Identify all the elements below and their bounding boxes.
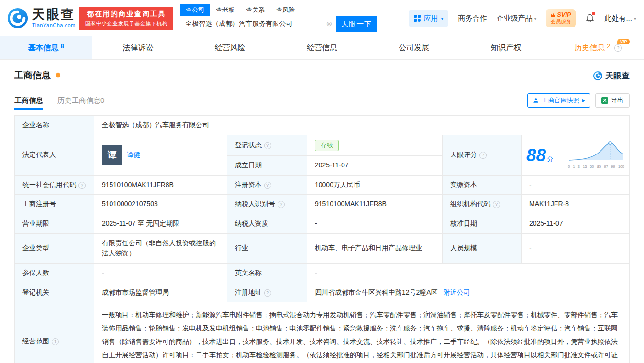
tab-label: 基本信息 <box>28 43 59 53</box>
row-company-type: 企业类型 有限责任公司（非自然人投资或控股的法人独资） 行业 机动车、电子产品和… <box>15 233 630 263</box>
play-arrow-icon: ▶ <box>582 99 585 103</box>
tab-label: 历史信息 <box>574 43 605 53</box>
row-credit-code: 统一社会信用代码? 91510100MAK11JFR8B 注册资本? 10000… <box>15 175 630 195</box>
search-tab-boss[interactable]: 查老板 <box>210 4 240 16</box>
logo-subtitle: TianYanCha.com <box>32 22 76 28</box>
tab-company-development[interactable]: 公司发展 <box>368 36 460 59</box>
label-legal-rep: 法定代表人 <box>15 135 94 175</box>
value-approve-date: 2025-11-07 <box>522 214 630 233</box>
user-menu-label: 此处有... <box>604 14 632 23</box>
score-axis-ticks: 0131550859799100 <box>568 164 624 170</box>
status-badge: 存续 <box>315 140 339 151</box>
logo-title: 天眼查 <box>32 8 76 21</box>
logo-text: 天眼查 TianYanCha.com <box>32 8 76 28</box>
user-menu[interactable]: 此处有... ▾ <box>604 14 636 23</box>
section-head: 工商信息 天眼查 <box>14 69 630 82</box>
legal-rep-avatar[interactable]: 谭 <box>102 145 122 165</box>
export-button[interactable]: 导出 <box>595 93 630 108</box>
sub-tabs-row: 工商信息 历史工商信息0 工商官网快照 ▶ 导出 <box>14 93 630 108</box>
subscribe-bell-icon[interactable] <box>55 72 62 79</box>
help-icon[interactable]: ? <box>493 201 500 208</box>
section-title: 工商信息 <box>14 69 51 82</box>
value-legal-rep: 谭 谭健 <box>94 135 227 175</box>
row-reg-no: 工商注册号 510100002107503 纳税人识别号? 91510100MA… <box>15 195 630 214</box>
help-icon[interactable]: ? <box>264 289 271 297</box>
tianyancha-logo[interactable]: 天眼查 TianYanCha.com <box>7 7 76 29</box>
search-tab-risk[interactable]: 查风险 <box>270 4 300 16</box>
row-insured-num: 参保人数 - 英文名称 - <box>15 263 630 283</box>
nearby-companies-link[interactable]: 附近公司 <box>444 288 470 296</box>
apps-menu[interactable]: 应用 ▾ <box>409 10 448 27</box>
subtab-history-business-info[interactable]: 历史工商信息0 <box>57 96 104 105</box>
row-company-name: 企业名称 全极智选（成都）汽车服务有限公司 <box>15 116 630 135</box>
brand-watermark: 天眼查 <box>593 70 630 81</box>
tab-basic-info[interactable]: 基本信息 8 <box>0 36 92 59</box>
person-icon <box>533 97 539 104</box>
value-business-term: 2025-11-07 至 无固定期限 <box>94 214 227 233</box>
business-info-section: 工商信息 天眼查 工商信息 历史工商信息0 <box>0 69 644 363</box>
label-approve-date: 核准日期 <box>443 214 522 233</box>
label-reg-address: 注册地址? <box>227 283 307 302</box>
value-reg-address: 四川省成都市金牛区兴科中路12号2幢A区 附近公司 <box>307 283 630 302</box>
help-icon[interactable]: ? <box>278 201 285 208</box>
label-paid-capital: 实缴资本 <box>443 175 522 195</box>
value-org-code: MAK11JFR-8 <box>522 195 630 214</box>
label-reg-org: 登记机关 <box>15 283 94 302</box>
tianyancha-logo-icon <box>7 7 29 29</box>
chevron-down-icon: ▾ <box>441 16 443 21</box>
search-tab-relation[interactable]: 查关系 <box>240 4 270 16</box>
search-tab-company[interactable]: 查公司 <box>180 4 210 16</box>
value-taxpayer-quality: - <box>307 214 443 233</box>
help-icon[interactable]: ? <box>264 142 271 149</box>
row-business-scope: 经营范围? 一般项目：机动车修理和维护；新能源汽车电附件销售；插电式混合动力专用… <box>15 302 630 363</box>
notifications-bell[interactable] <box>585 13 595 23</box>
svip-sublabel: 会员服务 <box>550 19 571 25</box>
value-establish-date: 2025-11-07 <box>307 155 443 175</box>
value-company-name: 全极智选（成都）汽车服务有限公司 <box>94 116 630 135</box>
search-tabs: 查公司 查老板 查关系 查风险 <box>180 4 377 16</box>
business-cooperation-link[interactable]: 商务合作 <box>458 14 487 23</box>
label-taxpayer-quality: 纳税人资质 <box>227 214 307 233</box>
clear-search-icon[interactable]: ⊗ <box>326 20 333 28</box>
row-legal-rep: 法定代表人 谭 谭健 登记状态? 存续 天眼评分? <box>15 135 630 155</box>
label-reg-capital: 注册资本? <box>227 175 307 195</box>
tianyancha-mark-icon <box>593 71 603 81</box>
svip-membership-badge[interactable]: SVIP 会员服务 <box>546 9 576 27</box>
value-paid-capital: - <box>522 175 630 195</box>
apps-grid-icon <box>414 15 421 22</box>
label-company-name: 企业名称 <box>15 116 94 135</box>
tab-legal-proceedings[interactable]: 法律诉讼 <box>92 36 184 59</box>
value-reg-status: 存续 <box>307 135 443 155</box>
help-icon[interactable]: ? <box>479 152 487 159</box>
tab-operation-info[interactable]: 经营信息 <box>276 36 368 59</box>
tianyancha-company-page: 天眼查 TianYanCha.com 都在用的商业查询工具 国家中小企业发展子基… <box>0 0 644 363</box>
search-button[interactable]: 天眼一下 <box>336 16 377 32</box>
tab-label: 法律诉讼 <box>122 43 153 53</box>
value-reg-no: 510100002107503 <box>94 195 227 214</box>
help-icon[interactable]: ? <box>614 44 622 52</box>
help-icon[interactable]: ? <box>52 338 59 345</box>
subtab-business-info[interactable]: 工商信息 <box>14 96 43 105</box>
row-business-term: 营业期限 2025-11-07 至 无固定期限 纳税人资质 - 核准日期 202… <box>15 214 630 233</box>
tab-intellectual-property[interactable]: 知识产权 <box>460 36 552 59</box>
vip-badge: VIP <box>617 39 630 44</box>
row-reg-org: 登记机关 成都市市场监督管理局 注册地址? 四川省成都市金牛区兴科中路12号2幢… <box>15 283 630 302</box>
search-row: ⊗ 天眼一下 <box>180 16 377 32</box>
search-input[interactable] <box>180 16 336 32</box>
help-icon[interactable]: ? <box>264 182 271 189</box>
label-org-code: 组织机构代码? <box>443 195 522 214</box>
official-snapshot-button[interactable]: 工商官网快照 ▶ <box>527 93 590 108</box>
tab-history-info[interactable]: 历史信息 2 ? VIP <box>552 36 644 59</box>
help-icon[interactable]: ? <box>78 182 86 189</box>
svip-label: SVIP <box>557 11 571 19</box>
slogan-banner: 都在用的商业查询工具 国家中小企业发展子基金旗下机构 <box>79 7 174 30</box>
enterprise-products-menu[interactable]: 企业级产品 ▾ <box>496 14 536 23</box>
brand-watermark-label: 天眼查 <box>605 70 630 81</box>
legal-rep-name-link[interactable]: 谭健 <box>127 150 140 160</box>
score-number: 88分 <box>526 146 553 164</box>
excel-icon <box>601 97 608 104</box>
label-english-name: 英文名称 <box>227 263 307 283</box>
value-business-scope: 一般项目：机动车修理和维护；新能源汽车电附件销售；插电式混合动力专用发动机销售；… <box>94 302 630 363</box>
label-company-type: 企业类型 <box>15 233 94 263</box>
tab-operation-risk[interactable]: 经营风险 <box>184 36 276 59</box>
